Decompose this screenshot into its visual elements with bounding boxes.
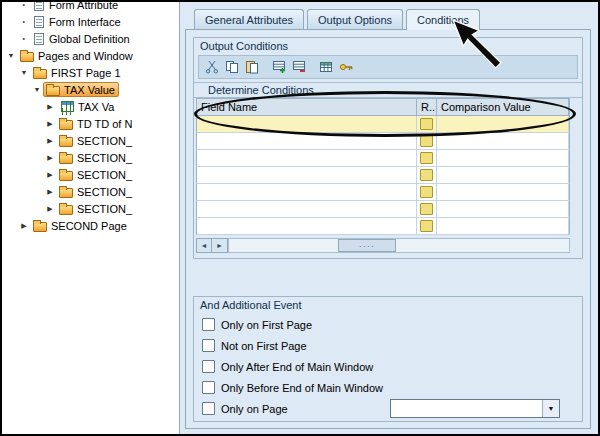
comparison-value-cell[interactable] bbox=[437, 184, 569, 200]
scrollbar-track[interactable]: ···· bbox=[228, 238, 570, 253]
table-row[interactable] bbox=[196, 184, 570, 201]
delete-row-icon[interactable] bbox=[289, 58, 309, 77]
reference-cell[interactable] bbox=[417, 218, 437, 234]
tree-item-pages-and-window-3[interactable]: ▼Pages and Window bbox=[2, 47, 179, 64]
tree-item-tax-value-5[interactable]: ▼TAX Value bbox=[2, 81, 179, 98]
expand-arrow-icon[interactable]: ▶ bbox=[44, 103, 56, 111]
expand-arrow-icon[interactable]: ▶ bbox=[44, 137, 56, 145]
tree-item-section-12[interactable]: ▶SECTION_ bbox=[2, 200, 179, 217]
tree-item-section-11[interactable]: ▶SECTION_ bbox=[2, 183, 179, 200]
expand-arrow-icon[interactable]: ▶ bbox=[44, 205, 56, 213]
expand-arrow-icon[interactable]: ▶ bbox=[44, 154, 56, 162]
tree-item-form-interface-1[interactable]: ·Form Interface bbox=[2, 13, 179, 30]
comparison-value-cell[interactable] bbox=[437, 201, 569, 217]
field-name-cell[interactable] bbox=[197, 167, 417, 183]
field-name-cell[interactable] bbox=[197, 133, 417, 149]
tree-item-section-8[interactable]: ▶SECTION_ bbox=[2, 132, 179, 149]
comparison-value-cell[interactable] bbox=[437, 150, 569, 166]
scrollbar-thumb[interactable]: ···· bbox=[338, 239, 396, 252]
page-combobox[interactable]: ▼ bbox=[390, 399, 560, 418]
tab-content: Output Conditions Determine Conditions F… bbox=[185, 29, 591, 429]
reference-indicator[interactable] bbox=[420, 203, 433, 215]
expand-arrow-icon[interactable]: ▶ bbox=[44, 120, 56, 128]
reference-cell[interactable] bbox=[417, 167, 437, 183]
tab-output-options[interactable]: Output Options bbox=[307, 9, 403, 29]
reference-indicator[interactable] bbox=[420, 118, 433, 130]
table-row[interactable] bbox=[196, 167, 570, 184]
field-name-cell[interactable] bbox=[197, 201, 417, 217]
output-conditions-group: Output Conditions Determine Conditions F… bbox=[193, 37, 583, 259]
comparison-value-cell[interactable] bbox=[437, 116, 569, 132]
field-name-cell[interactable] bbox=[197, 184, 417, 200]
copy-icon[interactable] bbox=[222, 58, 242, 77]
comparison-value-cell[interactable] bbox=[437, 167, 569, 183]
tree-item-label: SECTION_ bbox=[76, 152, 132, 164]
main-panel: General AttributesOutput OptionsConditio… bbox=[180, 2, 598, 434]
cut-icon[interactable] bbox=[202, 58, 222, 77]
table-row[interactable] bbox=[196, 116, 570, 133]
reference-indicator[interactable] bbox=[420, 169, 433, 181]
reference-cell[interactable] bbox=[417, 201, 437, 217]
tree-item-first-page-1-4[interactable]: ▼FIRST Page 1 bbox=[2, 64, 179, 81]
tree-item-section-10[interactable]: ▶SECTION_ bbox=[2, 166, 179, 183]
checkbox-not-on-first-page[interactable] bbox=[202, 339, 215, 352]
field-name-cell[interactable] bbox=[197, 150, 417, 166]
reference-cell[interactable] bbox=[417, 133, 437, 149]
table-row[interactable] bbox=[196, 150, 570, 167]
collapse-arrow-icon[interactable]: ▼ bbox=[5, 52, 17, 59]
dropdown-arrow-icon[interactable]: ▼ bbox=[542, 400, 559, 417]
checkbox-only-before-end-of-main-window[interactable] bbox=[202, 381, 215, 394]
comparison-value-cell[interactable] bbox=[437, 133, 569, 149]
collapse-arrow-icon[interactable]: ▼ bbox=[31, 86, 43, 93]
checkbox-only-on-first-page[interactable] bbox=[202, 318, 215, 331]
select-all-icon[interactable] bbox=[316, 58, 336, 77]
table-row[interactable] bbox=[196, 133, 570, 150]
collapse-arrow-icon[interactable]: ▼ bbox=[18, 69, 30, 76]
scroll-left-button[interactable]: ◄ bbox=[196, 238, 212, 253]
insert-row-icon[interactable] bbox=[269, 58, 289, 77]
reference-indicator[interactable] bbox=[420, 220, 433, 232]
tree-item-tax-va-6[interactable]: ▶TAX Va bbox=[2, 98, 179, 115]
column-header-comparison-value[interactable]: Comparison Value bbox=[437, 99, 569, 115]
reference-indicator[interactable] bbox=[420, 135, 433, 147]
checkbox-label: Not on First Page bbox=[221, 340, 307, 352]
table-toolbar bbox=[198, 55, 578, 79]
comparison-value-cell[interactable] bbox=[437, 218, 569, 234]
additional-event-group: And Additional Event Only on First PageN… bbox=[193, 296, 583, 422]
tree-item-section-9[interactable]: ▶SECTION_ bbox=[2, 149, 179, 166]
reference-indicator[interactable] bbox=[420, 152, 433, 164]
checkbox-only-on-page[interactable] bbox=[202, 402, 215, 415]
checkbox-row-only-after-end-of-main-window: Only After End of Main Window bbox=[194, 356, 582, 377]
column-header-r[interactable]: R.. bbox=[417, 99, 437, 115]
checkbox-label: Only Before End of Main Window bbox=[221, 382, 383, 394]
tab-conditions[interactable]: Conditions bbox=[406, 9, 480, 30]
expand-arrow-icon[interactable]: ▶ bbox=[44, 171, 56, 179]
tree-item-label: TAX Value bbox=[63, 84, 115, 96]
tree-item-global-definition-2[interactable]: ·Global Definition bbox=[2, 30, 179, 47]
tree-item-label: SECTION_ bbox=[76, 135, 132, 147]
reference-cell[interactable] bbox=[417, 150, 437, 166]
tab-general-attributes[interactable]: General Attributes bbox=[194, 9, 304, 29]
tree-item-form-attribute-0[interactable]: ·Form Attribute bbox=[2, 2, 179, 13]
expand-arrow-icon[interactable]: ▶ bbox=[44, 188, 56, 196]
table-row[interactable] bbox=[196, 201, 570, 218]
tree-item-label: TD TD of N bbox=[76, 118, 132, 130]
reference-cell[interactable] bbox=[417, 116, 437, 132]
horizontal-scrollbar[interactable]: ◄ ► ···· bbox=[196, 238, 570, 253]
tree-item-td-td-of-n-7[interactable]: ▶TD TD of N bbox=[2, 115, 179, 132]
tree-item-second-page-13[interactable]: ▶SECOND Page bbox=[2, 217, 179, 234]
reference-cell[interactable] bbox=[417, 184, 437, 200]
expand-arrow-icon[interactable]: ▶ bbox=[18, 222, 30, 230]
scroll-right-button[interactable]: ► bbox=[212, 238, 228, 253]
folder-icon bbox=[33, 69, 47, 79]
conditions-table: Field NameR..Comparison Value bbox=[196, 98, 570, 235]
paste-icon[interactable] bbox=[242, 58, 262, 77]
key-icon[interactable] bbox=[336, 58, 356, 77]
column-header-field-name[interactable]: Field Name bbox=[197, 99, 417, 115]
reference-indicator[interactable] bbox=[420, 186, 433, 198]
field-name-cell[interactable] bbox=[197, 218, 417, 234]
table-row[interactable] bbox=[196, 218, 570, 235]
tree-item-label: SECTION_ bbox=[76, 169, 132, 181]
field-name-cell[interactable] bbox=[197, 116, 417, 132]
checkbox-only-after-end-of-main-window[interactable] bbox=[202, 360, 215, 373]
